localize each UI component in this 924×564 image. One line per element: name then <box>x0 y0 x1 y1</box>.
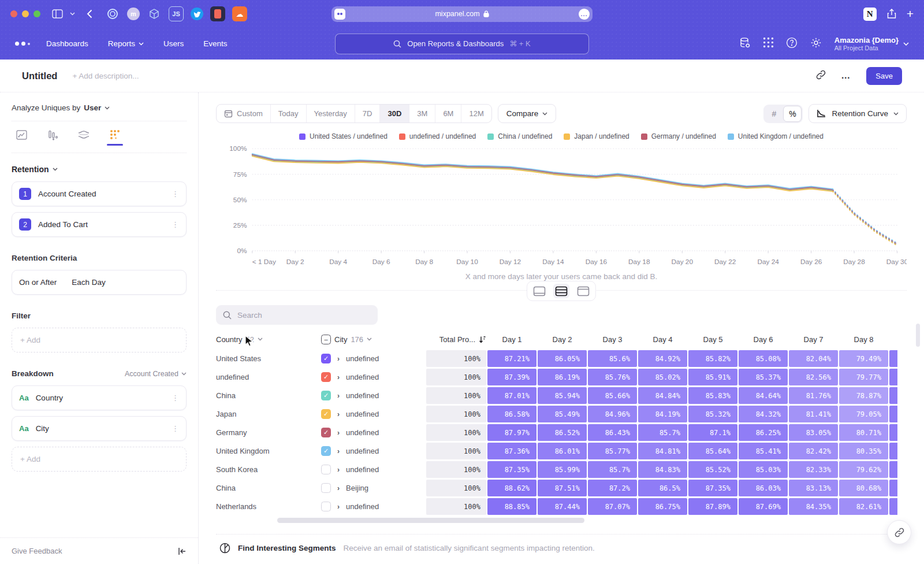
report-title[interactable]: Untitled <box>22 70 57 81</box>
retention-cell[interactable]: 87.36% <box>487 443 536 459</box>
layout-chart-only-button[interactable] <box>531 284 547 298</box>
retention-cell[interactable]: 87.07% <box>588 498 637 515</box>
save-button[interactable]: Save <box>866 67 902 85</box>
retention-cell[interactable]: 84.83% <box>638 461 687 478</box>
expand-chevron-icon[interactable]: › <box>337 373 340 381</box>
expand-chevron-icon[interactable]: › <box>337 392 340 400</box>
retention-cell[interactable]: 88.85% <box>487 498 536 515</box>
retention-cell[interactable]: 85.32% <box>688 406 737 422</box>
data-management-icon[interactable] <box>739 37 751 51</box>
country-cell[interactable]: United States <box>216 350 320 367</box>
table-search-input[interactable]: Search <box>216 305 378 325</box>
column-header-total[interactable]: Total Pro... <box>426 335 486 344</box>
retention-cell[interactable]: 86.75% <box>638 498 687 515</box>
soundcloud-favicon[interactable]: ☁ <box>232 6 247 21</box>
expand-chevron-icon[interactable]: › <box>337 466 340 474</box>
chevron-down-icon[interactable] <box>70 12 75 16</box>
row-checkbox[interactable]: ✓ <box>321 391 331 400</box>
expand-chevron-icon[interactable]: › <box>337 410 340 418</box>
retention-cell[interactable]: 86.25% <box>739 424 788 441</box>
kebab-menu-icon[interactable]: ⋮ <box>172 220 179 229</box>
breakdown-country[interactable]: Aa Country ⋮ <box>12 385 187 410</box>
row-checkbox[interactable]: ✓ <box>321 428 331 437</box>
avatar-m-favicon[interactable]: m <box>127 8 140 20</box>
retention-cell[interactable]: 85.91% <box>688 369 737 385</box>
chart-type-button[interactable]: Retention Curve <box>808 104 907 123</box>
legend-item[interactable]: United Kingdom / undefined <box>728 132 824 140</box>
range-12m[interactable]: 12M <box>461 105 491 123</box>
row-checkbox[interactable] <box>321 502 331 511</box>
retention-step-1[interactable]: 1 Account Created ⋮ <box>12 181 187 206</box>
row-checkbox[interactable]: ✓ <box>321 409 331 419</box>
retention-cell[interactable]: 84.32% <box>739 406 788 422</box>
retention-cell[interactable]: 85.83% <box>688 387 737 404</box>
retention-cell[interactable]: 85.02% <box>638 369 687 385</box>
retention-cell[interactable]: 87.69% <box>739 498 788 515</box>
retention-cell[interactable]: 86.03% <box>739 480 788 496</box>
retention-cell[interactable]: 87.35% <box>487 461 536 478</box>
retention-cell[interactable]: 85.6% <box>588 350 637 367</box>
retention-cell[interactable]: 79.05% <box>839 406 888 422</box>
city-cell[interactable]: ›undefined <box>321 498 425 515</box>
nav-item-events[interactable]: Events <box>203 39 227 48</box>
column-header-day-2[interactable]: Day 2 <box>538 335 587 344</box>
retention-cell[interactable]: 84.84% <box>638 387 687 404</box>
retention-cell[interactable]: 85.08% <box>739 350 788 367</box>
city-cell[interactable]: ✓›undefined <box>321 406 425 422</box>
mixpanel-logo[interactable] <box>15 42 30 46</box>
retention-cell[interactable]: 82.33% <box>789 461 838 478</box>
close-window-button[interactable] <box>10 10 17 17</box>
compare-button[interactable]: Compare <box>498 104 557 123</box>
country-cell[interactable]: undefined <box>216 369 320 385</box>
retention-cell[interactable]: 85.82% <box>688 350 737 367</box>
target-favicon[interactable] <box>105 6 120 21</box>
retention-cell[interactable]: 86.58% <box>487 406 536 422</box>
retention-cell[interactable]: 85.49% <box>538 406 587 422</box>
retention-cell[interactable]: 85.7% <box>588 461 637 478</box>
retention-cell[interactable]: 84.64% <box>739 387 788 404</box>
country-cell[interactable]: Germany <box>216 424 320 441</box>
row-checkbox[interactable]: ✓ <box>321 372 331 382</box>
step-event-label[interactable]: Added To Cart <box>38 220 88 229</box>
retention-cell[interactable]: 87.2% <box>588 480 637 496</box>
step-event-label[interactable]: Account Created <box>38 190 96 198</box>
retention-cell[interactable]: 85.94% <box>538 387 587 404</box>
column-header-day-3[interactable]: Day 3 <box>588 335 637 344</box>
retention-cell[interactable]: 81.41% <box>789 406 838 422</box>
retention-cell[interactable]: 87.97% <box>487 424 536 441</box>
retention-cell[interactable]: 86.5% <box>638 480 687 496</box>
nav-item-dashboards[interactable]: Dashboards <box>46 39 88 48</box>
retention-cell[interactable]: 87.1% <box>688 424 737 441</box>
expand-chevron-icon[interactable]: › <box>337 355 340 363</box>
retention-cell[interactable]: 84.81% <box>638 443 687 459</box>
tab-funnels[interactable] <box>44 129 61 146</box>
browser-sidebar-icon[interactable] <box>52 9 63 18</box>
city-cell[interactable]: ›Beijing <box>321 480 425 496</box>
column-header-city[interactable]: – City 176 <box>321 335 425 344</box>
new-tab-icon[interactable]: + <box>907 7 914 21</box>
retention-cell[interactable]: 82.42% <box>789 443 838 459</box>
retention-cell[interactable]: 87.21% <box>487 350 536 367</box>
project-switcher[interactable]: Amazonia {Demo} All Project Data <box>834 36 909 51</box>
retention-cell[interactable]: 85.64% <box>688 443 737 459</box>
city-cell[interactable]: ✓›undefined <box>321 387 425 404</box>
row-checkbox[interactable]: ✓ <box>321 354 331 363</box>
layout-table-only-button[interactable] <box>575 284 591 298</box>
range-3m[interactable]: 3M <box>409 105 435 123</box>
column-header-day-7[interactable]: Day 7 <box>789 335 838 344</box>
bird-favicon[interactable] <box>191 8 203 20</box>
retention-cell[interactable]: 88.62% <box>487 480 536 496</box>
retention-cell[interactable]: 79.62% <box>839 461 888 478</box>
nav-item-reports[interactable]: Reports <box>108 39 144 48</box>
retention-cell[interactable]: 81.76% <box>789 387 838 404</box>
retention-cell[interactable]: 85.77% <box>588 443 637 459</box>
column-header-day-4[interactable]: Day 4 <box>638 335 687 344</box>
global-search[interactable]: Open Reports & Dashboards ⌘ + K <box>335 34 589 54</box>
breakdown-event-selector[interactable]: Account Created <box>125 370 187 378</box>
floating-share-button[interactable] <box>887 520 911 544</box>
tab-flows[interactable] <box>75 129 92 146</box>
range-today[interactable]: Today <box>271 105 307 123</box>
country-cell[interactable]: China <box>216 387 320 404</box>
retention-cell[interactable]: 79.49% <box>839 350 888 367</box>
retention-cell[interactable]: 87.35% <box>688 480 737 496</box>
